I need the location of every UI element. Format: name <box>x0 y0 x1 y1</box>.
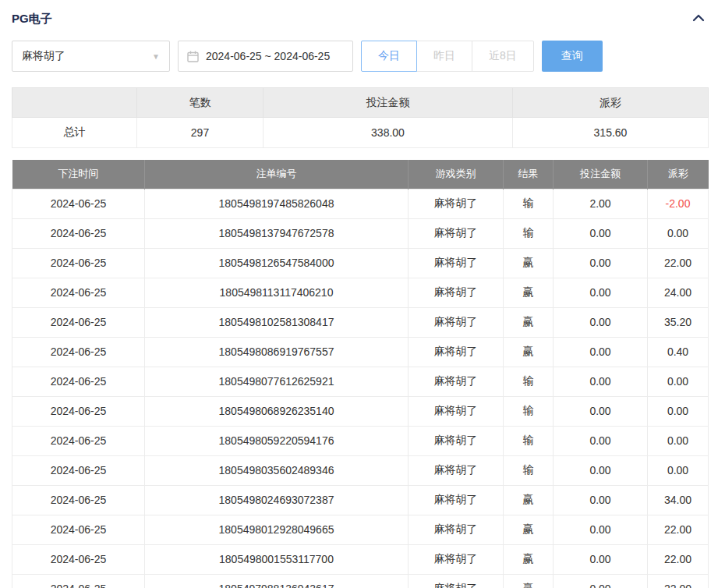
bet-id-cell: 1805498059220594176 <box>145 426 409 455</box>
bet-amount-cell: 0.00 <box>554 337 648 367</box>
game-type-cell: 麻将胡了 <box>409 455 504 485</box>
bet-amount-cell: 0.00 <box>554 396 648 426</box>
bet-id-cell: 1805497988136943617 <box>145 574 409 588</box>
game-type-cell: 麻将胡了 <box>409 337 504 367</box>
bet-amount-cell: 0.00 <box>554 278 648 307</box>
payout-cell: 0.40 <box>648 337 709 367</box>
bet-amount-cell: 0.00 <box>554 248 648 278</box>
bet-table-header-cell: 下注时间 <box>12 160 145 189</box>
payout-cell: 35.20 <box>648 307 709 337</box>
payout-cell: 0.00 <box>648 396 709 426</box>
summary-total-row: 总计297338.00315.60 <box>12 118 709 148</box>
table-row: 2024-06-251805498077612625921麻将胡了输0.000.… <box>12 367 709 396</box>
table-row: 2024-06-251805498086919767557麻将胡了赢0.000.… <box>12 337 709 367</box>
summary-header-cell <box>12 88 137 118</box>
payout-cell: 0.00 <box>648 218 709 248</box>
summary-header-cell: 投注金额 <box>264 88 513 118</box>
summary-value-cell: 315.60 <box>513 118 709 148</box>
summary-value-cell: 297 <box>137 118 264 148</box>
bet-time-cell: 2024-06-25 <box>12 307 145 337</box>
payout-cell: 0.00 <box>648 426 709 455</box>
summary-value-cell: 338.00 <box>264 118 513 148</box>
bet-id-cell: 1805498086919767557 <box>145 337 409 367</box>
summary-header-cell: 笔数 <box>137 88 264 118</box>
table-row: 2024-06-251805498024693072387麻将胡了赢0.0034… <box>12 485 709 515</box>
bet-amount-cell: 2.00 <box>554 189 648 218</box>
bet-id-cell: 1805498068926235140 <box>145 396 409 426</box>
payout-cell: 24.00 <box>648 278 709 307</box>
summary-value-cell: 总计 <box>12 118 137 148</box>
bet-amount-cell: 0.00 <box>554 574 648 588</box>
bet-time-cell: 2024-06-25 <box>12 544 145 574</box>
table-row: 2024-06-251805498137947672578麻将胡了输0.000.… <box>12 218 709 248</box>
payout-cell: 34.00 <box>648 485 709 515</box>
quick-filter-button[interactable]: 昨日 <box>416 41 472 72</box>
bet-amount-cell: 0.00 <box>554 515 648 544</box>
bet-table-header-cell: 游戏类别 <box>409 160 504 189</box>
payout-cell: 22.00 <box>648 544 709 574</box>
payout-cell: 22.00 <box>648 515 709 544</box>
bet-id-cell: 1805498137947672578 <box>145 218 409 248</box>
result-cell: 输 <box>504 396 554 426</box>
bet-id-cell: 1805498012928049665 <box>145 515 409 544</box>
table-row: 2024-06-251805497988136943617麻将胡了赢0.0022… <box>12 574 709 588</box>
game-select-value: 麻将胡了 <box>22 49 65 63</box>
game-select[interactable]: 麻将胡了 ▼ <box>12 41 170 72</box>
game-type-cell: 麻将胡了 <box>409 515 504 544</box>
game-type-cell: 麻将胡了 <box>409 189 504 218</box>
result-cell: 赢 <box>504 574 554 588</box>
bet-time-cell: 2024-06-25 <box>12 367 145 396</box>
summary-header-cell: 派彩 <box>513 88 709 118</box>
payout-cell: 22.00 <box>648 574 709 588</box>
game-type-cell: 麻将胡了 <box>409 574 504 588</box>
bet-table-header-cell: 注单编号 <box>145 160 409 189</box>
game-type-cell: 麻将胡了 <box>409 307 504 337</box>
table-row: 2024-06-251805498068926235140麻将胡了输0.000.… <box>12 396 709 426</box>
table-row: 2024-06-251805498001553117700麻将胡了赢0.0022… <box>12 544 709 574</box>
game-type-cell: 麻将胡了 <box>409 218 504 248</box>
bet-table-header-cell: 结果 <box>504 160 554 189</box>
bet-amount-cell: 0.00 <box>554 307 648 337</box>
bet-time-cell: 2024-06-25 <box>12 455 145 485</box>
summary-table: 笔数投注金额派彩 总计297338.00315.60 <box>12 87 709 148</box>
bet-time-cell: 2024-06-25 <box>12 396 145 426</box>
table-row: 2024-06-251805498113117406210麻将胡了赢0.0024… <box>12 278 709 307</box>
game-type-cell: 麻将胡了 <box>409 248 504 278</box>
bet-time-cell: 2024-06-25 <box>12 426 145 455</box>
bet-time-cell: 2024-06-25 <box>12 485 145 515</box>
table-row: 2024-06-251805498035602489346麻将胡了输0.000.… <box>12 455 709 485</box>
bet-id-cell: 1805498001553117700 <box>145 544 409 574</box>
chevron-down-icon: ▼ <box>152 52 160 61</box>
result-cell: 输 <box>504 189 554 218</box>
bet-id-cell: 1805498102581308417 <box>145 307 409 337</box>
search-button[interactable]: 查询 <box>542 41 603 72</box>
payout-cell: 0.00 <box>648 367 709 396</box>
bet-time-cell: 2024-06-25 <box>12 218 145 248</box>
bet-table-body: 2024-06-251805498197485826048麻将胡了输2.00-2… <box>12 189 709 588</box>
game-type-cell: 麻将胡了 <box>409 544 504 574</box>
chevron-up-icon <box>692 13 705 25</box>
result-cell: 赢 <box>504 248 554 278</box>
result-cell: 输 <box>504 218 554 248</box>
bet-time-cell: 2024-06-25 <box>12 515 145 544</box>
date-range-picker[interactable]: 2024-06-25 ~ 2024-06-25 <box>178 41 353 72</box>
bet-id-cell: 1805498197485826048 <box>145 189 409 218</box>
bet-time-cell: 2024-06-25 <box>12 278 145 307</box>
bet-id-cell: 1805498077612625921 <box>145 367 409 396</box>
result-cell: 赢 <box>504 515 554 544</box>
game-type-cell: 麻将胡了 <box>409 367 504 396</box>
table-row: 2024-06-251805498102581308417麻将胡了赢0.0035… <box>12 307 709 337</box>
quick-filter-button[interactable]: 今日 <box>361 41 417 72</box>
date-range-value: 2024-06-25 ~ 2024-06-25 <box>206 50 330 62</box>
game-type-cell: 麻将胡了 <box>409 485 504 515</box>
quick-filter-button[interactable]: 近8日 <box>472 41 534 72</box>
result-cell: 输 <box>504 426 554 455</box>
table-row: 2024-06-251805498012928049665麻将胡了赢0.0022… <box>12 515 709 544</box>
bet-amount-cell: 0.00 <box>554 367 648 396</box>
bet-id-cell: 1805498035602489346 <box>145 455 409 485</box>
payout-cell: 0.00 <box>648 455 709 485</box>
quick-filter-group: 今日昨日近8日 <box>361 41 534 72</box>
bet-table: 下注时间注单编号游戏类别结果投注金额派彩 2024-06-25180549819… <box>12 160 709 588</box>
collapse-button[interactable] <box>691 12 706 27</box>
bet-time-cell: 2024-06-25 <box>12 337 145 367</box>
